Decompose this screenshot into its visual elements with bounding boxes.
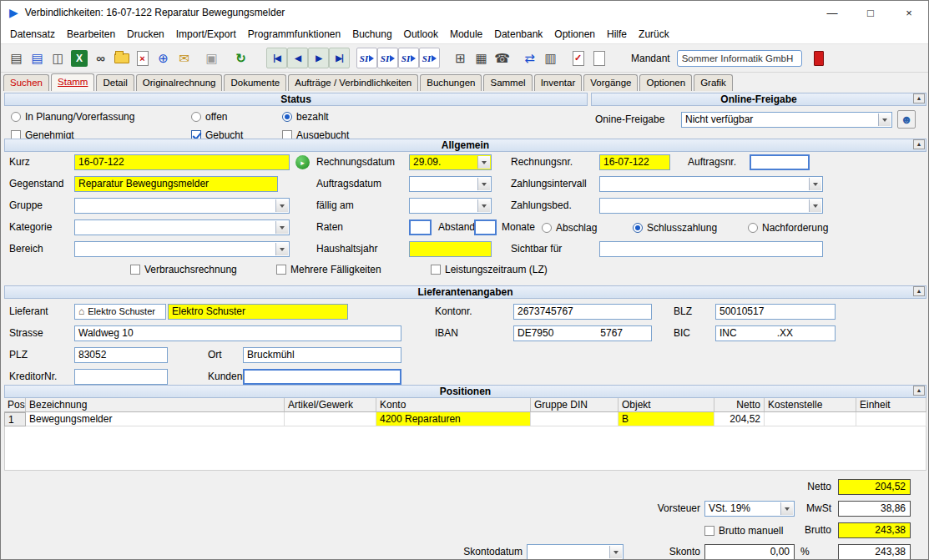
radio-offen[interactable]: offen <box>191 111 227 123</box>
mwst-field[interactable]: 38,86 <box>838 501 911 517</box>
collapse-lieferanten-section-button[interactable]: ▲ <box>913 286 925 296</box>
cell-konto[interactable]: 4200 Reparaturen <box>376 412 531 426</box>
auftragsdatum-dropdown[interactable] <box>409 176 492 192</box>
netto-sum-field[interactable]: 204,52 <box>838 479 911 495</box>
menu-import-export[interactable]: Import/Export <box>170 25 242 43</box>
tab-vorgaenge[interactable]: Vorgänge <box>583 74 638 91</box>
maximize-button[interactable]: □ <box>851 1 890 24</box>
bereich-dropdown[interactable] <box>74 241 290 257</box>
radio-in-planung[interactable]: In Planung/Vorerfassung <box>11 111 134 123</box>
tab-grafik[interactable]: Grafik <box>694 74 733 91</box>
gegenstand-field[interactable]: Reparatur Bewegungsmelder <box>74 176 278 192</box>
col-header-einheit[interactable]: Einheit <box>856 398 926 412</box>
print-icon[interactable]: ▤ <box>6 48 27 68</box>
open-folder-icon[interactable] <box>111 48 132 68</box>
col-header-netto[interactable]: Netto <box>714 398 765 412</box>
col-header-kostenstelle[interactable]: Kostenstelle <box>765 398 856 412</box>
menu-programmfunktionen[interactable]: Programmfunktionen <box>242 25 346 43</box>
sichtbar-fuer-field[interactable] <box>599 241 823 257</box>
new-doc-icon[interactable] <box>588 48 609 68</box>
kurz-field[interactable]: 16-07-122 <box>74 154 290 170</box>
tab-stamm[interactable]: Stamm <box>51 73 94 91</box>
checkbox-brutto-manuell[interactable]: Brutto manuell <box>704 525 783 537</box>
form-list-icon[interactable]: ⊞ <box>450 48 471 68</box>
cell-netto[interactable]: 204,52 <box>714 412 765 426</box>
vorsteuer-dropdown[interactable]: VSt. 19% <box>704 501 795 517</box>
tab-buchungen[interactable]: Buchungen <box>420 74 482 91</box>
check-doc-icon[interactable]: ✓ <box>568 48 588 68</box>
kundennr-field[interactable] <box>243 369 401 385</box>
gruppe-dropdown[interactable] <box>74 198 290 214</box>
checkbox-verbrauchsrechnung[interactable]: Verbrauchsrechnung <box>130 264 237 275</box>
calendar-icon[interactable]: ▦ <box>471 48 492 68</box>
transfer-icon[interactable]: ⇄ <box>519 48 540 68</box>
tab-suchen[interactable]: Suchen <box>3 74 49 91</box>
menu-buchung[interactable]: Buchung <box>346 25 397 43</box>
collapse-positionen-section-button[interactable]: ▲ <box>913 386 925 396</box>
copy-doc-icon[interactable]: ◫ <box>48 48 68 68</box>
raten-field[interactable] <box>409 219 432 235</box>
cell-einheit[interactable] <box>856 412 926 426</box>
zahlungsbed-dropdown[interactable] <box>599 198 823 214</box>
last-record-icon[interactable]: ▶| <box>329 48 350 68</box>
minimize-button[interactable]: — <box>813 1 851 24</box>
mandant-indicator-icon[interactable] <box>814 51 824 66</box>
col-header-objekt[interactable]: Objekt <box>618 398 714 412</box>
phone-icon[interactable]: ☎ <box>492 48 512 68</box>
cell-artikel-gewerk[interactable] <box>285 412 376 426</box>
si-module-4-icon[interactable]: SI <box>419 48 440 68</box>
calculator-icon[interactable]: ▥ <box>540 48 561 68</box>
person-icon[interactable]: ☻ <box>897 110 916 129</box>
goto-record-icon[interactable]: ▸ <box>295 155 310 169</box>
refresh-icon[interactable]: ↻ <box>230 48 251 68</box>
col-header-bezeichnung[interactable]: Bezeichnung <box>26 398 285 412</box>
menu-hilfe[interactable]: Hilfe <box>601 25 633 43</box>
kontonr-field[interactable]: 2673745767 <box>513 304 652 320</box>
menu-drucken[interactable]: Drucken <box>121 25 170 43</box>
radio-bezahlt[interactable]: bezahlt <box>282 111 329 123</box>
menu-zurueck[interactable]: Zurück <box>633 25 675 43</box>
first-record-icon[interactable]: |◀ <box>266 48 287 68</box>
abstand-field[interactable] <box>474 219 497 235</box>
blz-field[interactable]: 50010517 <box>715 304 836 320</box>
cell-gruppe-din[interactable] <box>531 412 618 426</box>
excel-export-icon[interactable]: X <box>71 50 88 67</box>
menu-datenbank[interactable]: Datenbank <box>488 25 548 43</box>
faellig-am-dropdown[interactable] <box>409 198 492 214</box>
cell-kostenstelle[interactable] <box>765 412 856 426</box>
strasse-field[interactable]: Waldweg 10 <box>74 325 401 341</box>
tab-detail[interactable]: Detail <box>96 74 134 91</box>
bic-field[interactable]: INC .XX <box>715 325 836 341</box>
skonto-betrag-field[interactable]: 243,38 <box>838 544 911 560</box>
delete-doc-icon[interactable]: × <box>132 48 153 68</box>
collapse-allgemein-section-button[interactable]: ▲ <box>913 139 925 149</box>
search-icon[interactable]: ∞ <box>90 48 111 68</box>
auftragsnr-field[interactable] <box>750 154 810 170</box>
radio-abschlag[interactable]: Abschlag <box>542 222 597 234</box>
prev-record-icon[interactable]: ◀ <box>287 48 308 68</box>
rechnungsdatum-dropdown[interactable]: 29.09. <box>409 154 492 170</box>
si-module-1-icon[interactable]: SI <box>356 48 377 68</box>
radio-nachforderung[interactable]: Nachforderung <box>748 222 828 234</box>
col-header-konto[interactable]: Konto <box>376 398 531 412</box>
cell-bezeichnung[interactable]: Bewegungsmelder <box>26 412 285 426</box>
checkbox-leistungszeitraum[interactable]: Leistungszeitraum (LZ) <box>431 264 548 275</box>
menu-outlook[interactable]: Outlook <box>398 25 444 43</box>
col-header-artikel-gewerk[interactable]: Artikel/Gewerk <box>285 398 376 412</box>
menu-bearbeiten[interactable]: Bearbeiten <box>61 25 121 43</box>
cell-objekt[interactable]: B <box>618 412 714 426</box>
si-module-3-icon[interactable]: SI <box>398 48 419 68</box>
email-icon[interactable]: ✉ <box>174 48 194 68</box>
lieferant-name-field[interactable]: Elektro Schuster <box>168 304 348 320</box>
col-header-gruppe-din[interactable]: Gruppe DIN <box>531 398 618 412</box>
ort-field[interactable]: Bruckmühl <box>243 347 401 363</box>
lieferant-link-field[interactable]: ⌂ Elektro Schuster <box>74 304 166 320</box>
brutto-field[interactable]: 243,38 <box>838 522 911 538</box>
tab-auftraege-verbindlichkeiten[interactable]: Aufträge / Verbindlichkeiten <box>288 74 418 91</box>
zahlungsintervall-dropdown[interactable] <box>599 176 823 192</box>
next-record-icon[interactable]: ▶ <box>308 48 329 68</box>
menu-optionen[interactable]: Optionen <box>548 25 601 43</box>
row-header-cell[interactable]: 1 <box>4 412 26 426</box>
skontodatum-dropdown[interactable] <box>527 544 624 560</box>
tab-dokumente[interactable]: Dokumente <box>224 74 286 91</box>
